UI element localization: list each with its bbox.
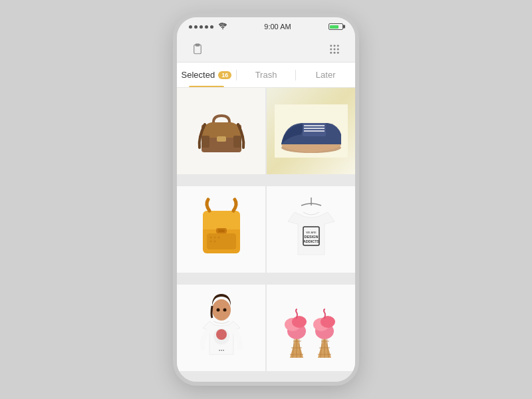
- signal-dots: [189, 25, 213, 29]
- svg-text:ADDICTS: ADDICTS: [303, 239, 319, 243]
- phone-frame: 9:00 AM: [173, 13, 359, 386]
- top-nav: [177, 36, 355, 63]
- svg-rect-27: [218, 229, 225, 232]
- svg-point-31: [209, 241, 211, 243]
- battery-icon: [329, 23, 343, 30]
- battery-fill: [330, 25, 338, 29]
- svg-rect-13: [217, 136, 226, 142]
- tab-trash-label: Trash: [255, 70, 277, 80]
- svg-rect-18: [303, 123, 326, 136]
- svg-point-30: [217, 237, 219, 239]
- svg-point-40: [212, 299, 231, 321]
- product-cell-4[interactable]: WE ARE DESIGN ADDICTS: [267, 186, 355, 273]
- svg-point-42: [223, 309, 226, 312]
- product-cell-2[interactable]: [267, 88, 355, 174]
- svg-rect-14: [201, 136, 209, 148]
- svg-point-4: [334, 45, 336, 47]
- product-image-2: [267, 88, 355, 174]
- tab-selected-label: Selected: [182, 70, 215, 80]
- svg-point-3: [330, 45, 332, 47]
- svg-point-10: [334, 51, 336, 53]
- product-cell-5[interactable]: ♥ ♥ ♥: [177, 285, 265, 371]
- svg-point-6: [330, 48, 332, 50]
- product-image-5: ♥ ♥ ♥: [177, 285, 265, 371]
- signal-dot-3: [200, 25, 203, 29]
- svg-rect-15: [233, 136, 241, 148]
- svg-point-39: [216, 329, 227, 340]
- clipboard-icon[interactable]: [190, 42, 205, 57]
- svg-point-61: [321, 316, 335, 328]
- svg-point-11: [337, 51, 339, 53]
- signal-dot-5: [210, 25, 213, 29]
- svg-point-41: [216, 309, 219, 312]
- tab-later[interactable]: Later: [296, 63, 355, 87]
- tab-later-label: Later: [316, 70, 336, 80]
- product-image-1: [177, 88, 265, 174]
- product-image-6: [267, 285, 355, 371]
- svg-text:WE ARE: WE ARE: [306, 231, 317, 234]
- svg-point-9: [330, 51, 332, 53]
- product-image-3: [177, 186, 265, 273]
- product-cell-6[interactable]: [267, 285, 355, 371]
- status-bar: 9:00 AM: [177, 17, 355, 36]
- status-time: 9:00 AM: [264, 23, 291, 31]
- svg-point-32: [213, 241, 215, 243]
- svg-point-5: [337, 45, 339, 47]
- svg-point-28: [209, 237, 211, 239]
- product-grid: WE ARE DESIGN ADDICTS: [177, 88, 355, 382]
- svg-point-52: [292, 316, 307, 328]
- product-cell-1[interactable]: [177, 88, 265, 174]
- svg-point-29: [213, 237, 215, 239]
- svg-text:DESIGN: DESIGN: [304, 235, 318, 239]
- tab-trash[interactable]: Trash: [237, 63, 296, 87]
- svg-point-7: [334, 48, 336, 50]
- product-cell-3[interactable]: [177, 186, 265, 273]
- wifi-icon: [219, 23, 227, 31]
- svg-text:♥ ♥ ♥: ♥ ♥ ♥: [218, 349, 223, 352]
- status-right: [329, 23, 343, 30]
- tab-bar: Selected 16 Trash Later: [177, 63, 355, 88]
- signal-dot-1: [189, 25, 192, 29]
- signal-dot-2: [194, 25, 198, 29]
- product-image-4: WE ARE DESIGN ADDICTS: [267, 186, 355, 273]
- signal-dot-4: [205, 25, 208, 29]
- tab-selected[interactable]: Selected 16: [177, 63, 236, 87]
- grid-icon[interactable]: [327, 42, 342, 57]
- svg-point-8: [337, 48, 339, 50]
- tab-selected-badge: 16: [218, 71, 231, 79]
- status-left: [189, 23, 227, 31]
